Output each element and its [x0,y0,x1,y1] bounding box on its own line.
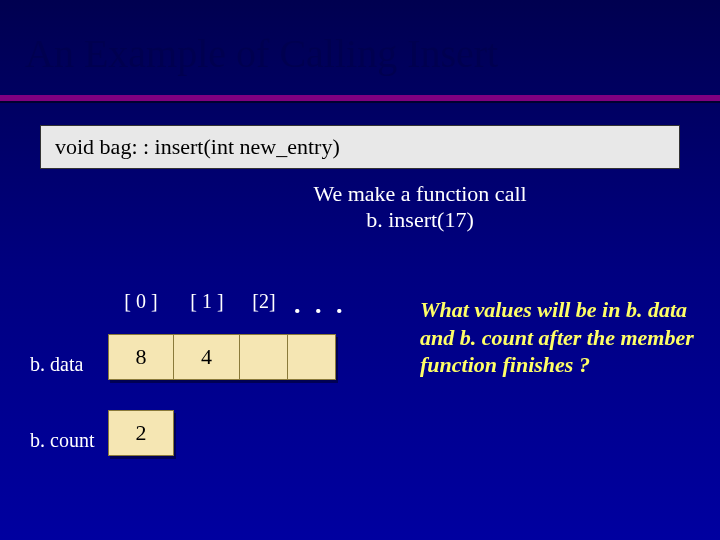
data-cell-0: 8 [108,334,174,380]
slide-title: An Example of Calling Insert [0,0,720,77]
index-1: [ 1 ] [174,290,240,320]
array-diagram: [ 0 ] [ 1 ] [2] . . . b. data 8 4 b. cou… [30,290,347,456]
data-cell-3 [288,334,336,380]
question-text: What values will be in b. data and b. co… [420,296,700,379]
code-signature-box: void bag: : insert(int new_entry) [40,125,680,169]
count-label: b. count [30,429,108,456]
count-row: b. count 2 [30,410,347,456]
data-cell-2 [240,334,288,380]
call-caption: We make a function call b. insert(17) [120,181,720,234]
data-cell-1: 4 [174,334,240,380]
index-2: [2] [240,290,288,320]
divider-shadow [0,101,720,103]
data-row: b. data 8 4 [30,334,347,380]
index-ellipsis: . . . [288,290,347,320]
index-0: [ 0 ] [108,290,174,320]
data-label: b. data [30,353,108,380]
caption-line-2: b. insert(17) [366,207,474,232]
count-cell: 2 [108,410,174,456]
data-cells: 8 4 [108,334,336,380]
count-cells: 2 [108,410,174,456]
caption-line-1: We make a function call [313,181,526,206]
index-row: [ 0 ] [ 1 ] [2] . . . [108,290,347,320]
